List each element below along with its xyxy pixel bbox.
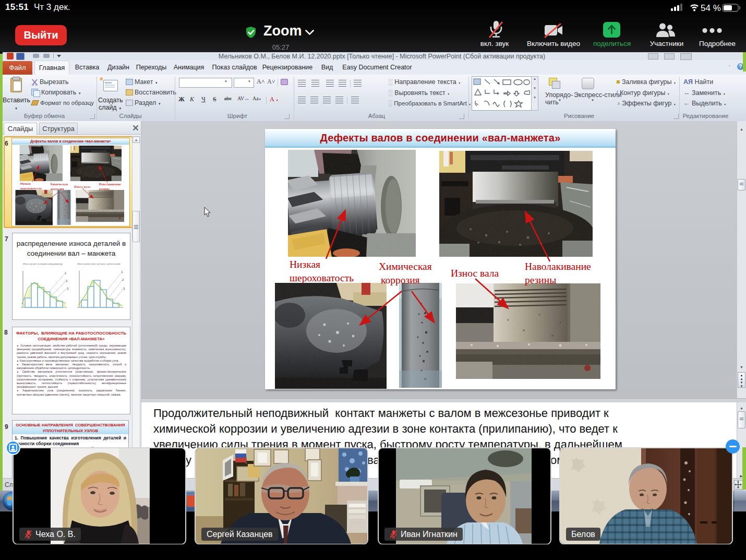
svg-text:1: 1 xyxy=(65,271,67,275)
svg-text:2: 2 xyxy=(122,278,124,281)
svg-text:54 %: 54 % xyxy=(701,4,721,12)
svg-text:2: 2 xyxy=(66,279,68,282)
svg-text:1: 1 xyxy=(121,270,123,273)
svg-text:3: 3 xyxy=(123,287,125,290)
svg-text:3: 3 xyxy=(67,287,69,290)
